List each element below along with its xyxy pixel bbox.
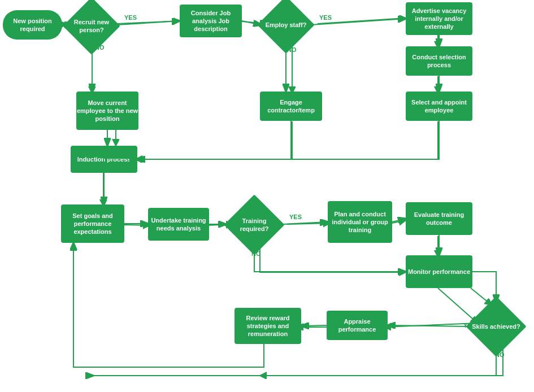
advertise-node: Advertise vacancy internally and/or exte… xyxy=(406,2,472,35)
plan-conduct-label: Plan and conduct individual or group tra… xyxy=(328,210,392,234)
monitor-label: Monitor performance xyxy=(408,268,470,276)
select-appoint-label: Select and appoint employee xyxy=(406,98,472,115)
move-employee-label: Move current employee to the new positio… xyxy=(76,99,138,123)
label-yes-training: YES xyxy=(289,214,302,220)
monitor-node: Monitor performance xyxy=(406,255,472,288)
svg-line-34 xyxy=(392,219,406,222)
review-reward-label: Review reward strategies and remuneratio… xyxy=(235,314,301,338)
flowchart: New position required Recruit new person… xyxy=(0,0,534,392)
employ-label: Employ staff? xyxy=(263,21,309,29)
evaluate-node: Evaluate training outcome xyxy=(406,202,472,235)
advertise-label: Advertise vacancy internally and/or exte… xyxy=(406,7,472,31)
induction-node: Induction process xyxy=(71,146,137,173)
training-req-node: Training required? xyxy=(226,201,283,249)
label-no-training: NO xyxy=(251,250,261,257)
induction-label: Induction process xyxy=(77,155,131,163)
undertake-label: Undertake training needs analysis xyxy=(148,216,209,233)
consider-label: Consider Job analysis Job description xyxy=(180,9,242,33)
recruit-label: Recruit new person? xyxy=(69,18,114,34)
conduct-selection-node: Conduct selection process xyxy=(406,46,472,76)
label-yes-employ: YES xyxy=(319,14,332,21)
consider-node: Consider Job analysis Job description xyxy=(180,5,242,37)
skills-achieved-node: Skills achieved? xyxy=(468,302,524,351)
appraise-node: Appraise performance xyxy=(327,311,388,340)
label-no-skills: NO xyxy=(495,351,505,358)
new-position-label: New position required xyxy=(3,17,62,33)
svg-line-37 xyxy=(301,325,327,326)
employ-node: Employ staff? xyxy=(261,5,311,45)
svg-line-36 xyxy=(388,325,468,326)
svg-line-22 xyxy=(116,21,180,25)
svg-line-2 xyxy=(118,21,180,24)
engage-node: Engage contractor/temp xyxy=(260,92,322,121)
plan-conduct-node: Plan and conduct individual or group tra… xyxy=(328,201,392,243)
svg-line-11 xyxy=(124,225,150,225)
move-employee-node: Move current employee to the new positio… xyxy=(76,92,138,130)
review-reward-node: Review reward strategies and remuneratio… xyxy=(235,308,301,344)
engage-label: Engage contractor/temp xyxy=(260,98,322,115)
set-goals-node: Set goals and performance expectations xyxy=(61,204,124,243)
svg-line-14 xyxy=(392,220,406,223)
label-no-recruit: NO xyxy=(95,44,105,51)
select-appoint-node: Select and appoint employee xyxy=(406,92,472,121)
recruit-node: Recruit new person? xyxy=(67,6,116,46)
skills-achieved-label: Skills achieved? xyxy=(471,323,522,330)
conduct-selection-label: Conduct selection process xyxy=(406,53,472,69)
new-position-node: New position required xyxy=(3,10,62,40)
training-req-label: Training required? xyxy=(229,217,280,233)
set-goals-label: Set goals and performance expectations xyxy=(61,212,124,236)
svg-line-13 xyxy=(286,223,330,224)
evaluate-label: Evaluate training outcome xyxy=(406,211,472,227)
svg-line-33 xyxy=(283,222,328,224)
label-yes-recruit: YES xyxy=(124,14,137,21)
undertake-node: Undertake training needs analysis xyxy=(148,208,209,241)
appraise-label: Appraise performance xyxy=(327,317,388,334)
label-no-employ: NO xyxy=(287,46,297,53)
